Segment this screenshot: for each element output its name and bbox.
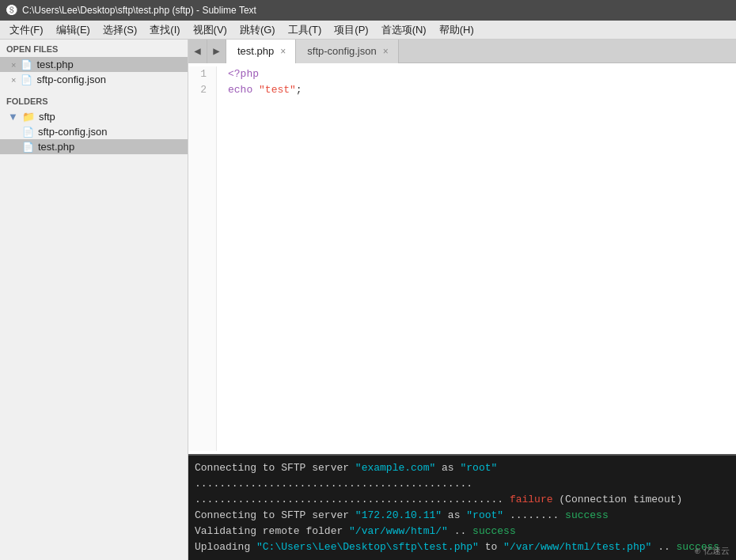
line-numbers: 12 (188, 66, 217, 451)
console-segment-1-0: ........................................… (195, 494, 510, 505)
close-icon[interactable]: × (11, 75, 16, 85)
console-segment-0-3: "root" (460, 462, 497, 474)
watermark: ⊕ 亿速云 (694, 545, 730, 557)
console-segment-0-0: Connecting to SFTP server (195, 462, 355, 474)
tab-label: test.php (237, 45, 274, 57)
console-segment-3-0: Validating remote folder (195, 525, 349, 537)
console-line-3: Validating remote folder "/var/www/html/… (195, 524, 730, 539)
watermark-text: 亿速云 (704, 546, 730, 555)
file-name: sftp-config.json (38, 126, 107, 138)
console-segment-2-3: "root" (466, 509, 503, 521)
console-segment-4-0: Uploading (195, 541, 256, 553)
menu-item-视图v[interactable]: 视图(V) (187, 21, 233, 39)
menu-item-文件f[interactable]: 文件(F) (3, 21, 50, 39)
console-segment-3-1: "/var/www/html/" (349, 525, 448, 537)
folder-expand-icon: ▼ (8, 111, 18, 123)
console-segment-3-3: success (472, 525, 516, 537)
console-line-0: Connecting to SFTP server "example.com" … (195, 460, 730, 492)
tab-nav-left[interactable]: ◀ (188, 40, 207, 63)
line-number-1: 1 (195, 66, 207, 82)
console-segment-4-2: to (479, 541, 503, 553)
file-icon: 📄 (22, 127, 34, 138)
code-content: 12 <?phpecho "test"; (188, 63, 736, 454)
menu-item-工具t[interactable]: 工具(T) (282, 21, 328, 39)
file-name: test.php (38, 141, 74, 153)
file-icon: 📄 (21, 59, 32, 70)
open-file-item-0[interactable]: ×📄test.php (0, 57, 188, 72)
menu-bar: 文件(F)编辑(E)选择(S)查找(I)视图(V)跳转(G)工具(T)项目(P)… (0, 21, 736, 40)
menu-item-选择s[interactable]: 选择(S) (97, 21, 143, 39)
title-bar: 🅢 C:\Users\Lee\Desktop\sftp\test.php (sf… (0, 0, 736, 21)
file-icon: 📄 (21, 74, 32, 85)
token-default (252, 84, 259, 96)
menu-item-编辑e[interactable]: 编辑(E) (50, 21, 97, 39)
watermark-icon: ⊕ (694, 546, 701, 555)
sidebar: OPEN FILES ×📄test.php×📄sftp-config.json … (0, 40, 188, 560)
token-str: "test" (259, 84, 296, 96)
console-segment-2-5: success (565, 509, 609, 521)
console-line-1: ........................................… (195, 492, 730, 508)
file-icon: 📄 (22, 142, 34, 153)
console-segment-2-4: ........ (503, 509, 565, 521)
tab-close-icon[interactable]: × (280, 46, 286, 57)
editor-area: ◀ ▶ test.php×sftp-config.json× 12 <?phpe… (188, 40, 736, 454)
menu-item-首选项n[interactable]: 首选项(N) (375, 21, 433, 39)
menu-item-帮助h[interactable]: 帮助(H) (433, 21, 480, 39)
console-area: Connecting to SFTP server "example.com" … (188, 454, 736, 560)
code-line-2: echo "test"; (228, 82, 302, 98)
folder-icon: 📁 (22, 111, 35, 123)
menu-item-跳转g[interactable]: 跳转(G) (233, 21, 282, 39)
main-area: OPEN FILES ×📄test.php×📄sftp-config.json … (0, 40, 736, 560)
token-kw-echo: echo (228, 84, 252, 96)
code-lines[interactable]: <?phpecho "test"; (217, 66, 302, 451)
console-segment-0-1: "example.com" (355, 462, 435, 474)
tab-close-icon[interactable]: × (383, 46, 389, 57)
open-file-item-1[interactable]: ×📄sftp-config.json (0, 72, 188, 87)
folder-item-0[interactable]: ▼📁sftp (0, 109, 188, 124)
console-segment-4-1: "C:\Users\Lee\Desktop\sftp\test.php" (256, 541, 479, 553)
console-segment-2-0: Connecting to SFTP server (195, 509, 355, 521)
open-files-label: OPEN FILES (0, 40, 188, 57)
tab-bar: ◀ ▶ test.php×sftp-config.json× (188, 40, 736, 63)
token-kw-php: <?php (228, 68, 259, 80)
folder-name: sftp (39, 111, 55, 123)
folder-child-item-0-1[interactable]: 📄test.php (0, 139, 188, 154)
tab-label: sftp-config.json (307, 45, 376, 57)
folder-child-item-0-0[interactable]: 📄sftp-config.json (0, 124, 188, 139)
close-icon[interactable]: × (11, 60, 16, 70)
app-icon: 🅢 (6, 4, 17, 17)
console-segment-2-2: as (442, 509, 466, 521)
folders-label: FOLDERS (0, 92, 188, 109)
console-segment-2-1: "172.20.10.11" (355, 509, 442, 521)
console-segment-3-2: .. (448, 525, 472, 537)
tab-nav-right[interactable]: ▶ (207, 40, 226, 63)
console-segment-4-4: .. (651, 541, 676, 553)
console-segment-0-2: as (435, 462, 460, 474)
tab-0[interactable]: test.php× (226, 40, 296, 63)
line-number-2: 2 (195, 82, 207, 98)
open-file-label: sftp-config.json (36, 74, 105, 85)
console-segment-4-3: "/var/www/html/test.php" (503, 541, 651, 553)
open-file-label: test.php (36, 59, 73, 70)
console-line-2: Connecting to SFTP server "172.20.10.11"… (195, 508, 730, 524)
title-text: C:\Users\Lee\Desktop\sftp\test.php (sftp… (22, 5, 256, 16)
token-punct: ; (296, 84, 302, 96)
tab-1[interactable]: sftp-config.json× (296, 40, 398, 63)
console-segment-1-1: failure (510, 494, 553, 505)
console-segment-1-2: (Connection timeout) (552, 494, 682, 505)
code-line-1: <?php (228, 66, 302, 82)
menu-item-查找i[interactable]: 查找(I) (143, 21, 186, 39)
menu-item-项目p[interactable]: 项目(P) (328, 21, 374, 39)
console-line-4: Uploading "C:\Users\Lee\Desktop\sftp\tes… (195, 539, 730, 555)
